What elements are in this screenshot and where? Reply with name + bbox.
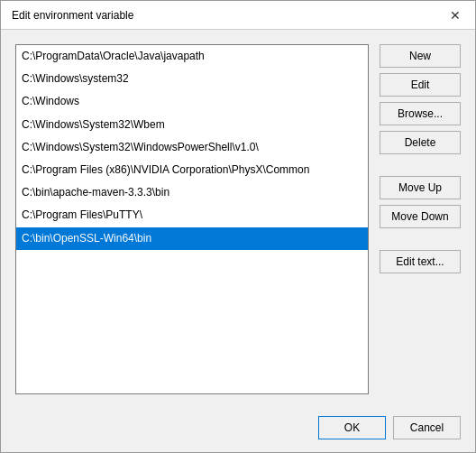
title-bar: Edit environment variable ✕ <box>1 1 475 30</box>
list-item[interactable]: C:\Program Files\PuTTY\ <box>16 204 368 226</box>
list-item[interactable]: C:\bin\OpenSSL-Win64\bin <box>16 227 368 250</box>
browse-button[interactable]: Browse... <box>380 102 461 125</box>
new-button[interactable]: New <box>380 44 461 68</box>
close-button[interactable]: ✕ <box>446 6 464 24</box>
list-item[interactable]: C:\Windows\system32 <box>16 68 368 90</box>
spacer-1 <box>380 160 461 171</box>
env-var-list[interactable]: C:\ProgramData\Oracle\Java\javapathC:\Wi… <box>15 44 369 394</box>
delete-button[interactable]: Delete <box>380 131 461 154</box>
edit-text-button[interactable]: Edit text... <box>380 250 461 273</box>
spacer-2 <box>380 234 461 245</box>
list-item[interactable]: C:\Windows\System32\Wbem <box>16 114 368 136</box>
ok-button[interactable]: OK <box>318 416 386 439</box>
dialog-footer: OK Cancel <box>1 409 475 452</box>
list-item[interactable]: C:\Windows <box>16 90 368 113</box>
move-up-button[interactable]: Move Up <box>380 176 461 199</box>
edit-button[interactable]: Edit <box>380 73 461 97</box>
dialog-title: Edit environment variable <box>12 9 133 22</box>
list-item[interactable]: C:\Program Files (x86)\NVIDIA Corporatio… <box>16 159 368 181</box>
edit-env-var-dialog: Edit environment variable ✕ C:\ProgramDa… <box>0 0 476 453</box>
list-item[interactable]: C:\bin\apache-maven-3.3.3\bin <box>16 181 368 204</box>
list-item[interactable]: C:\Windows\System32\WindowsPowerShell\v1… <box>16 136 368 159</box>
action-buttons-panel: New Edit Browse... Delete Move Up Move D… <box>380 44 461 394</box>
list-item[interactable]: C:\ProgramData\Oracle\Java\javapath <box>16 45 368 68</box>
dialog-content: C:\ProgramData\Oracle\Java\javapathC:\Wi… <box>1 30 475 409</box>
move-down-button[interactable]: Move Down <box>380 205 461 228</box>
cancel-button[interactable]: Cancel <box>393 416 461 439</box>
